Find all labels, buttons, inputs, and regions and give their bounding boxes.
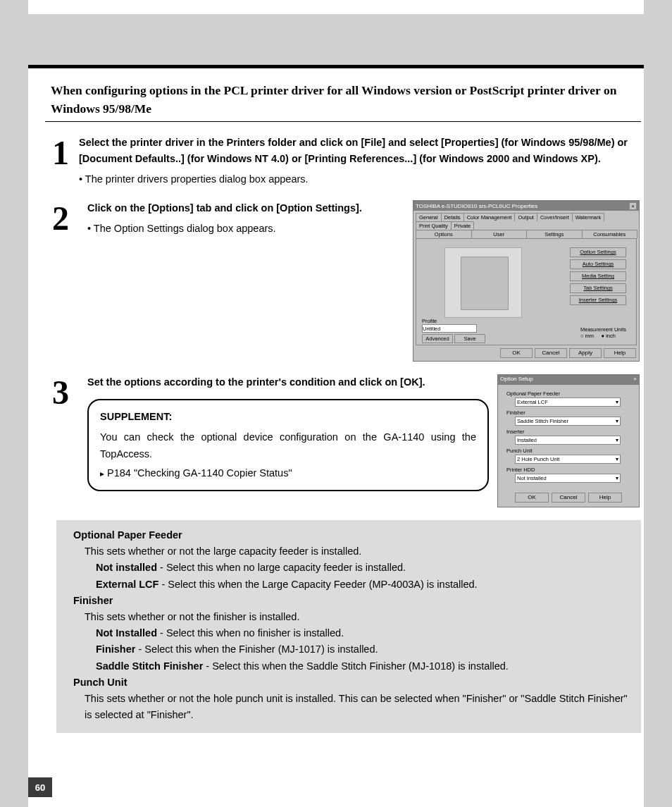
option-setup-titlebar: Option Setup × [498, 375, 639, 385]
properties-title: TOSHIBA e-STUDIO810 srs-PCL6UC Propertie… [416, 203, 537, 209]
tab-color-mgmt[interactable]: Color Management [463, 213, 516, 221]
punch-label: Punch Unit [506, 448, 630, 454]
header-gray-band [0, 14, 672, 65]
tab-output[interactable]: Output [514, 213, 537, 221]
step-3: 3 Set the options according to the print… [42, 374, 644, 507]
step-2-screenshot: TOSHIBA e-STUDIO810 srs-PCL6UC Propertie… [413, 200, 640, 362]
hdd-label: Printer HDD [506, 467, 630, 473]
step-2-bullet: The Option Settings dialog box appears. [87, 221, 404, 237]
step-3-number: 3 [42, 374, 79, 407]
step-2-text: Click on the [Options] tab and click on … [87, 202, 362, 214]
opf-label: Optional Paper Feeder [506, 390, 630, 397]
save-button[interactable]: Save [454, 334, 485, 343]
supplement-box: SUPPLEMENT: You can check the optional d… [87, 399, 489, 491]
tab-print-quality[interactable]: Print Quality [416, 221, 452, 230]
finisher-header: Finisher [73, 593, 631, 609]
header-rule [28, 65, 644, 68]
chevron-down-icon: ▾ [616, 456, 618, 462]
option-buttons: Option Settings Auto Settings Media Sett… [570, 247, 626, 305]
hdd-select[interactable]: Not Installed▾ [515, 474, 621, 483]
advanced-button[interactable]: Advanced [422, 334, 453, 343]
options-description-box: Optional Paper Feeder This sets whether … [56, 520, 641, 733]
cancel-button[interactable]: Cancel [535, 348, 567, 358]
tab-general[interactable]: General [416, 213, 442, 221]
tab-consumables[interactable]: Consumables [582, 230, 638, 238]
auto-settings-button[interactable]: Auto Settings [570, 259, 626, 269]
tab-settings-button[interactable]: Tab Settings [570, 283, 626, 293]
close-icon[interactable]: × [629, 202, 637, 210]
tab-user[interactable]: User [471, 230, 528, 238]
chevron-down-icon: ▾ [616, 418, 618, 424]
mm-radio[interactable]: ○ mm [580, 333, 594, 339]
step-3-body: Set the options according to the printer… [87, 374, 489, 491]
ok-button[interactable]: OK [500, 348, 533, 358]
finisher-select[interactable]: Saddle Stitch Finisher▾ [515, 417, 621, 426]
ok-button[interactable]: OK [515, 493, 549, 503]
step-3-text: Set the options according to the printer… [87, 376, 425, 388]
option-settings-button[interactable]: Option Settings [570, 247, 626, 257]
option-setup-dialog: Option Setup × Optional Paper FeederExte… [497, 374, 640, 507]
inserter-select[interactable]: Installed▾ [515, 436, 621, 445]
opf-select[interactable]: External LCF▾ [515, 398, 621, 407]
punch-desc: This sets whether or not the hole punch … [73, 691, 631, 723]
finisher-opt-2: Finisher - Select this when the Finisher… [73, 641, 631, 658]
option-setup-buttons: OK Cancel Help [498, 488, 639, 507]
printer-image [444, 247, 522, 318]
step-3-screenshot: Option Setup × Optional Paper FeederExte… [497, 374, 640, 507]
step-2-number: 2 [42, 200, 79, 233]
properties-dialog: TOSHIBA e-STUDIO810 srs-PCL6UC Propertie… [413, 200, 640, 362]
measurement-units: Measurement Units ○ mm ● inch [580, 326, 626, 339]
step-2-body: Click on the [Options] tab and click on … [87, 200, 404, 237]
punch-header: Punch Unit [73, 674, 631, 691]
content: When configuring options in the PCL prin… [28, 81, 644, 733]
inch-radio[interactable]: ● inch [602, 333, 616, 339]
supplement-heading: SUPPLEMENT: [100, 409, 476, 425]
tabs-row-1: General Details Color Management Output … [413, 211, 639, 230]
tab-cover-insert[interactable]: Cover/Insert [537, 213, 573, 221]
finisher-desc: This sets whether or not the finisher is… [73, 609, 631, 625]
chevron-down-icon: ▾ [616, 437, 618, 443]
opf-desc: This sets whether or not the large capac… [73, 543, 631, 560]
option-setup-title: Option Setup [500, 376, 533, 384]
profile-area: Profile Advanced Save [422, 318, 485, 343]
measure-label: Measurement Units [580, 326, 626, 333]
finisher-opt-3: Saddle Stitch Finisher - Select this whe… [73, 658, 631, 674]
step-1-bullet: The printer drivers properties dialog bo… [79, 171, 640, 187]
tab-details[interactable]: Details [441, 213, 464, 221]
help-button[interactable]: Help [588, 493, 622, 503]
opf-opt-2: External LCF - Select this when the Larg… [73, 577, 631, 593]
section-title: When configuring options in the PCL prin… [45, 81, 641, 122]
step-1-number: 1 [42, 135, 79, 168]
tab-private[interactable]: Private [451, 221, 474, 230]
tab-settings[interactable]: Settings [526, 230, 583, 238]
cancel-button[interactable]: Cancel [552, 493, 585, 503]
finisher-opt-1: Not Installed - Select this when no fini… [73, 625, 631, 641]
close-icon[interactable]: × [633, 376, 637, 384]
tabs-row-2: Options User Settings Consumables [413, 230, 639, 238]
step-1: 1 Select the printer driver in the Print… [42, 135, 644, 188]
punch-select[interactable]: 2 Hole Punch Unit▾ [515, 455, 621, 464]
opf-header: Optional Paper Feeder [73, 527, 631, 543]
page-number: 60 [28, 777, 52, 797]
step-1-body: Select the printer driver in the Printer… [79, 135, 640, 188]
dialog-buttons: OK Cancel Apply Help [413, 345, 639, 361]
tab-watermark[interactable]: Watermark [572, 213, 604, 221]
inserter-settings-button[interactable]: Inserter Settings [570, 295, 626, 305]
chevron-down-icon: ▾ [616, 399, 618, 405]
media-setting-button[interactable]: Media Setting [570, 271, 626, 281]
step-1-text: Select the printer driver in the Printer… [79, 137, 628, 164]
opf-opt-1: Not installed - Select this when no larg… [73, 560, 631, 576]
properties-titlebar: TOSHIBA e-STUDIO810 srs-PCL6UC Propertie… [413, 201, 639, 211]
help-button[interactable]: Help [604, 348, 636, 358]
apply-button[interactable]: Apply [569, 348, 602, 358]
page: When configuring options in the PCL prin… [28, 0, 644, 807]
profile-combo[interactable] [422, 324, 477, 333]
tab-options[interactable]: Options [416, 230, 472, 238]
option-setup-body: Optional Paper FeederExternal LCF▾ Finis… [498, 385, 639, 488]
inserter-label: Inserter [506, 429, 630, 435]
supplement-body: You can check the optional device config… [100, 429, 476, 462]
finisher-label: Finisher [506, 409, 630, 416]
step-2: 2 Click on the [Options] tab and click o… [42, 200, 644, 362]
properties-panel: Option Settings Auto Settings Media Sett… [416, 238, 637, 345]
profile-label: Profile [422, 318, 485, 324]
